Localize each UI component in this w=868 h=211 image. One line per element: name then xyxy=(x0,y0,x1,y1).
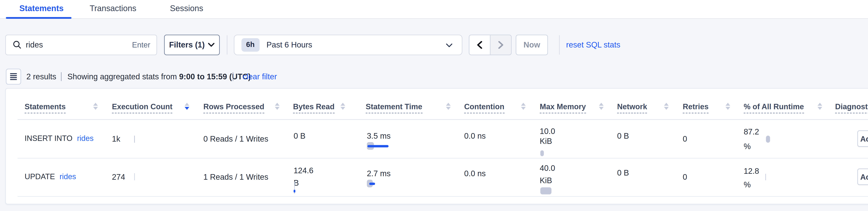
tab-transactions[interactable]: Transactions xyxy=(90,3,136,13)
diagnostics-cell: Activate xyxy=(835,158,868,196)
tab-statements[interactable]: Statements xyxy=(19,3,64,13)
tab-sessions[interactable]: Sessions xyxy=(170,3,203,13)
diagnostics-cell: Activate xyxy=(835,119,868,158)
max-memory-unit: KiB xyxy=(540,176,552,185)
results-divider xyxy=(232,72,233,81)
column-header-statement-time[interactable]: Statement Time xyxy=(366,88,464,119)
active-tab-indicator xyxy=(6,17,71,19)
chevron-down-icon xyxy=(208,43,215,47)
max-memory-bar xyxy=(540,188,551,195)
search-input[interactable] xyxy=(26,41,132,49)
rows-processed-cell: 1 Reads / 1 Writes xyxy=(203,158,293,196)
bytes-read-cell: 124.6 B xyxy=(293,158,366,196)
column-header-statements[interactable]: Statements xyxy=(6,88,112,119)
column-label: Max Memory xyxy=(540,102,586,113)
table-row: UPDATE rides 274 1 Reads / 1 Writes 124.… xyxy=(6,158,868,196)
pct-runtime-cell: 12.8 % xyxy=(744,158,835,196)
column-header-retries[interactable]: Retries xyxy=(683,88,744,119)
execution-count-cell: 274 xyxy=(112,158,204,196)
statement-time-bar xyxy=(367,145,389,147)
column-header-diagnostics[interactable]: Diagnostics xyxy=(835,88,868,119)
column-selector-button[interactable] xyxy=(6,69,21,85)
column-header-execution-count[interactable]: Execution Count xyxy=(112,88,204,119)
contention-cell: 0.0 ns xyxy=(464,119,540,158)
chevron-down-icon xyxy=(446,43,453,48)
showing-prefix: Showing aggregated stats from xyxy=(67,72,179,81)
activate-diagnostics-button[interactable]: Activate xyxy=(858,130,868,147)
column-header-pct-runtime[interactable]: % of All Runtime xyxy=(744,88,835,119)
sort-arrows-icon xyxy=(185,102,189,110)
statement-keyword: INSERT INTO xyxy=(25,134,72,143)
statement-cell: UPDATE rides xyxy=(6,158,112,196)
reset-sql-stats-link[interactable]: reset SQL stats xyxy=(566,40,620,49)
pct-runtime-bar xyxy=(766,136,770,142)
pct-runtime-value: 87.2 xyxy=(744,128,759,136)
column-label: Statement Time xyxy=(366,102,422,113)
network-value: 0 B xyxy=(617,132,629,140)
table-header-row: Statements Execution Count Rows Processe… xyxy=(6,88,868,119)
pct-runtime-bar xyxy=(766,174,766,180)
column-header-max-memory[interactable]: Max Memory xyxy=(540,88,617,119)
chevron-left-icon xyxy=(477,41,482,49)
pct-runtime-unit: % xyxy=(744,142,751,151)
toolbar-divider xyxy=(559,35,560,55)
network-cell: 0 B xyxy=(617,158,683,196)
search-icon xyxy=(13,41,21,49)
bytes-read-bar xyxy=(294,189,295,192)
sort-arrows-icon xyxy=(664,102,669,110)
statements-page: Statements Transactions Sessions Enter F… xyxy=(0,0,868,211)
filters-button[interactable]: Filters (1) xyxy=(164,34,220,55)
statement-time-cell: 3.5 ms xyxy=(366,119,464,158)
sort-arrows-icon xyxy=(725,102,730,110)
execution-count-bar xyxy=(134,136,135,143)
chevron-right-icon xyxy=(498,41,503,49)
column-header-contention[interactable]: Contention xyxy=(464,88,540,119)
statement-keyword: UPDATE xyxy=(25,172,55,181)
sort-arrows-icon xyxy=(599,102,603,110)
tab-bar: Statements Transactions Sessions xyxy=(0,0,868,19)
now-button[interactable]: Now xyxy=(516,34,548,55)
toolbar-divider xyxy=(226,35,227,55)
column-label: % of All Runtime xyxy=(744,102,804,113)
prev-range-button[interactable] xyxy=(469,35,490,54)
statement-time-value: 3.5 ms xyxy=(367,132,391,140)
retries-value: 0 xyxy=(683,173,687,181)
statement-time-value: 2.7 ms xyxy=(367,169,391,178)
statement-link[interactable]: INSERT INTO rides xyxy=(25,134,94,143)
column-label: Statements xyxy=(25,102,66,113)
max-memory-unit: KiB xyxy=(540,137,552,146)
column-label: Diagnostics xyxy=(835,102,868,113)
pct-runtime-cell: 87.2 % xyxy=(744,119,835,158)
showing-stats-text: Showing aggregated stats from 9:00 to 15… xyxy=(67,72,251,81)
row-separator xyxy=(18,196,868,196)
column-label: Retries xyxy=(683,102,709,113)
time-range-label: Past 6 Hours xyxy=(267,41,312,49)
pct-runtime-value: 12.8 xyxy=(744,167,759,176)
next-range-button[interactable] xyxy=(490,35,511,54)
showing-range: 9:00 to 15:59 (UTC) xyxy=(179,72,251,81)
max-memory-bar xyxy=(540,150,544,156)
activate-diagnostics-button[interactable]: Activate xyxy=(858,168,868,185)
column-header-bytes-read[interactable]: Bytes Read xyxy=(293,88,366,119)
time-range-select[interactable]: 6h Past 6 Hours xyxy=(234,34,462,55)
rows-processed-value: 1 Reads / 1 Writes xyxy=(203,173,268,181)
contention-cell: 0.0 ns xyxy=(464,158,540,196)
column-header-network[interactable]: Network xyxy=(617,88,683,119)
time-nav-arrows xyxy=(469,34,512,55)
statement-cell: INSERT INTO rides xyxy=(6,119,112,158)
statement-time-bar xyxy=(369,183,375,185)
statement-object: rides xyxy=(77,134,94,143)
column-header-rows-processed[interactable]: Rows Processed xyxy=(203,88,293,119)
table-row: INSERT INTO rides 1k 0 Reads / 1 Writes … xyxy=(6,119,868,158)
bytes-read-cell: 0 B xyxy=(293,119,366,158)
execution-count-value: 1k xyxy=(112,134,120,143)
sort-arrows-icon xyxy=(93,102,98,110)
column-label: Network xyxy=(617,102,647,113)
statement-link[interactable]: UPDATE rides xyxy=(25,172,76,182)
retries-cell: 0 xyxy=(683,119,744,158)
execution-count-bar xyxy=(134,174,135,180)
clear-filter-link[interactable]: clear filter xyxy=(243,72,277,81)
max-memory-value: 40.0 xyxy=(540,163,555,173)
execution-count-value: 274 xyxy=(112,173,125,181)
time-shortcut-badge: 6h xyxy=(241,38,259,52)
